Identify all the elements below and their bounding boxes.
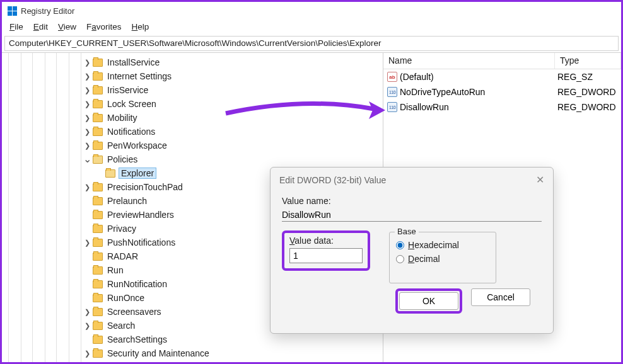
column-type[interactable]: Type xyxy=(555,53,621,69)
list-header: Name Type xyxy=(383,53,621,69)
tree-item-policies[interactable]: ⌄Policies xyxy=(83,152,383,166)
chevron-right-icon[interactable]: ❯ xyxy=(83,183,91,191)
chevron-right-icon[interactable]: ❯ xyxy=(83,86,91,94)
tree-item-lock-screen[interactable]: ❯Lock Screen xyxy=(83,97,383,111)
chevron-right-icon[interactable]: ❯ xyxy=(83,100,91,108)
folder-icon xyxy=(93,197,103,205)
chevron-right-icon[interactable]: ❯ xyxy=(83,114,91,122)
folder-icon xyxy=(93,59,103,67)
tree-item-searchsettings[interactable]: SearchSettings xyxy=(83,333,383,346)
tree-item-label: Privacy xyxy=(106,224,137,234)
folder-icon xyxy=(93,336,103,344)
tree-item-label: PrecisionTouchPad xyxy=(106,182,184,192)
cancel-button[interactable]: Cancel xyxy=(471,288,530,306)
tree-item-label: Search xyxy=(106,321,136,331)
folder-icon xyxy=(93,294,103,302)
ok-highlight: OK xyxy=(395,288,462,314)
tree-item-label: Lock Screen xyxy=(106,99,158,109)
tree-item-irisservice[interactable]: ❯IrisService xyxy=(83,83,383,97)
tree-item-label: PenWorkspace xyxy=(106,140,168,151)
tree-item-label: RunOnce xyxy=(106,293,146,303)
tree-item-label: Run xyxy=(106,265,125,275)
dword-value-icon xyxy=(387,87,397,97)
folder-icon xyxy=(105,169,115,178)
list-row[interactable]: NoDriveTypeAutoRunREG_DWORD xyxy=(383,84,621,100)
tree-item-label: Policies xyxy=(106,154,139,164)
chevron-right-icon[interactable]: ❯ xyxy=(83,142,91,150)
chevron-right-icon[interactable]: ❯ xyxy=(83,350,91,358)
folder-icon xyxy=(93,142,103,150)
edit-dword-dialog: Edit DWORD (32-bit) Value ✕ Value name: … xyxy=(270,167,554,334)
tree-item-label: RADAR xyxy=(106,251,139,261)
tree-item-label: Prelaunch xyxy=(106,196,148,206)
value-data-label: Value data: xyxy=(289,236,363,246)
value-name: NoDriveTypeAutoRun xyxy=(400,87,485,97)
folder-icon xyxy=(93,211,103,219)
menu-view[interactable]: View xyxy=(54,21,80,33)
tree-item-installservice[interactable]: ❯InstallService xyxy=(83,55,383,69)
close-icon[interactable]: ✕ xyxy=(536,174,544,186)
tree-item-label: Explorer xyxy=(119,168,156,179)
value-data-input[interactable] xyxy=(289,248,363,263)
tree-item-label: Internet Settings xyxy=(106,71,173,81)
address-bar[interactable]: Computer\HKEY_CURRENT_USER\Software\Micr… xyxy=(4,36,619,51)
folder-icon xyxy=(93,86,103,94)
tree-item-label: Screensavers xyxy=(106,307,163,317)
folder-icon xyxy=(93,322,103,330)
list-row[interactable]: DisallowRunREG_DWORD xyxy=(383,100,621,115)
radio-hexadecimal-input[interactable] xyxy=(396,241,404,249)
tree-item-label: Security and Maintenance xyxy=(106,348,211,358)
chevron-right-icon[interactable]: ❯ xyxy=(83,308,91,316)
folder-icon xyxy=(93,225,103,233)
folder-icon xyxy=(93,350,103,358)
tree-item-label: RunNotification xyxy=(106,279,168,289)
value-data-highlight: Value data: xyxy=(282,230,370,271)
tree-item-internet-settings[interactable]: ❯Internet Settings xyxy=(83,69,383,83)
list-row[interactable]: (Default)REG_SZ xyxy=(383,69,621,84)
radio-decimal[interactable]: Decimal xyxy=(396,254,489,264)
titlebar: Registry Editor xyxy=(2,2,621,20)
folder-icon xyxy=(93,253,103,261)
menu-help[interactable]: Help xyxy=(128,21,153,33)
dword-value-icon xyxy=(387,102,397,112)
tree-item-label: InstallService xyxy=(106,57,161,67)
value-type: REG_DWORD xyxy=(555,87,616,97)
tree-item-label: SearchSettings xyxy=(106,334,168,344)
tree-item-label: Notifications xyxy=(106,127,156,137)
menu-edit[interactable]: Edit xyxy=(30,21,52,33)
folder-icon xyxy=(93,100,103,108)
tree-item-label: Mobility xyxy=(106,113,138,123)
chevron-down-icon[interactable]: ⌄ xyxy=(83,156,91,162)
column-name[interactable]: Name xyxy=(383,53,555,69)
chevron-right-icon[interactable]: ❯ xyxy=(83,239,91,247)
folder-icon xyxy=(93,183,103,191)
folder-icon xyxy=(93,156,103,164)
folder-icon xyxy=(93,114,103,122)
folder-icon xyxy=(93,128,103,136)
chevron-right-icon[interactable]: ❯ xyxy=(83,72,91,81)
chevron-right-icon[interactable]: ❯ xyxy=(83,128,91,136)
radio-decimal-input[interactable] xyxy=(396,255,404,263)
tree-item-penworkspace[interactable]: ❯PenWorkspace xyxy=(83,139,383,152)
radio-hexadecimal[interactable]: Hexadecimal xyxy=(396,240,489,250)
value-name-label: Value name: xyxy=(282,196,542,206)
value-name-input[interactable] xyxy=(282,208,542,222)
tree-item-security-and-maintenance[interactable]: ❯Security and Maintenance xyxy=(83,346,383,360)
chevron-right-icon[interactable]: ❯ xyxy=(83,322,91,330)
tree-item-mobility[interactable]: ❯Mobility xyxy=(83,111,383,125)
chevron-right-icon[interactable]: ❯ xyxy=(83,59,91,67)
value-name: DisallowRun xyxy=(400,102,449,112)
dialog-title: Edit DWORD (32-bit) Value xyxy=(279,175,386,185)
menu-file[interactable]: File xyxy=(6,21,27,33)
tree-item-notifications[interactable]: ❯Notifications xyxy=(83,125,383,139)
value-type: REG_DWORD xyxy=(555,102,616,112)
value-name: (Default) xyxy=(400,72,434,82)
folder-icon xyxy=(93,72,103,81)
tree-item-label: IrisService xyxy=(106,85,149,95)
ok-button[interactable]: OK xyxy=(399,292,458,310)
folder-icon xyxy=(93,308,103,316)
menu-favorites[interactable]: Favorites xyxy=(83,21,125,33)
base-legend: Base xyxy=(395,227,419,236)
tree-item-label: PushNotifications xyxy=(106,237,177,247)
menubar: File Edit View Favorites Help xyxy=(2,20,621,35)
